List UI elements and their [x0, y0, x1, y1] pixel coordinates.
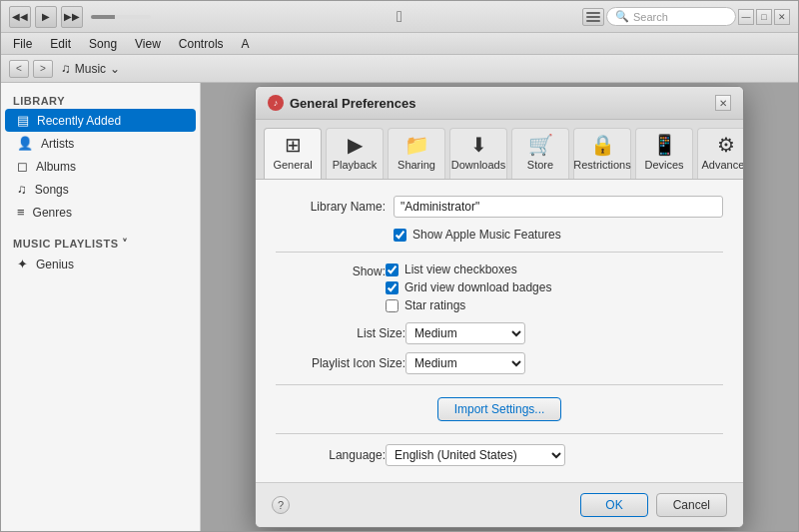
grid-view-download-badges[interactable]: [386, 281, 399, 294]
apple-music-checkbox[interactable]: [394, 229, 406, 242]
dialog-close-button[interactable]: ✕: [715, 95, 731, 111]
star-ratings-label[interactable]: Star ratings: [386, 298, 551, 312]
dialog-title-bar: ♪ General Preferences ✕: [256, 87, 743, 120]
grid-view-download-badges-label[interactable]: Grid view download badges: [386, 280, 551, 294]
itunes-window: ◀◀ ▶ ▶▶  🔍 Search — □ ✕ File Edit Song …: [0, 0, 799, 532]
title-bar-left: ◀◀ ▶ ▶▶: [9, 6, 155, 28]
sidebar: Library ▤ Recently Added 👤 Artists ◻ Alb…: [1, 83, 201, 531]
footer-actions: OK Cancel: [580, 493, 727, 517]
search-bar[interactable]: 🔍 Search: [606, 7, 736, 26]
apple-logo: : [397, 8, 402, 26]
tab-store[interactable]: 🛒 Store: [511, 128, 569, 179]
playlist-icon-size-select[interactable]: Small Medium Large: [405, 352, 525, 374]
forward-nav-button[interactable]: >: [33, 60, 53, 78]
list-size-label: List Size:: [276, 326, 405, 340]
songs-icon: ♫: [17, 182, 27, 197]
restrictions-tab-icon: 🔒: [590, 135, 615, 155]
list-line: [586, 16, 600, 18]
sidebar-item-artists[interactable]: 👤 Artists: [5, 132, 196, 155]
restore-button[interactable]: □: [756, 9, 772, 25]
source-dropdown-icon[interactable]: ⌄: [110, 62, 120, 76]
import-settings-button[interactable]: Import Settings...: [437, 397, 562, 421]
tab-playback[interactable]: ▶ Playback: [326, 128, 384, 179]
close-button[interactable]: ✕: [774, 9, 790, 25]
title-bar: ◀◀ ▶ ▶▶  🔍 Search — □ ✕: [1, 1, 798, 33]
general-preferences-dialog: ♪ General Preferences ✕ ⊞ General: [255, 86, 744, 528]
sharing-tab-label: Sharing: [398, 159, 435, 171]
star-ratings[interactable]: [386, 299, 399, 312]
menu-controls[interactable]: Controls: [171, 35, 232, 53]
show-options: List view checkboxes Grid view download …: [386, 263, 551, 312]
sidebar-item-genius[interactable]: ✦ Genius: [5, 253, 196, 275]
dialog-tabs: ⊞ General ▶ Playback 📁 Sharing ⬇: [256, 120, 743, 180]
menu-song[interactable]: Song: [81, 35, 125, 53]
search-placeholder: Search: [633, 11, 668, 23]
downloads-tab-icon: ⬇: [470, 135, 487, 155]
dialog-body: Library Name: Show Apple Music Features: [256, 180, 743, 482]
menu-edit[interactable]: Edit: [42, 35, 79, 53]
tab-restrictions[interactable]: 🔒 Restrictions: [573, 128, 631, 179]
sidebar-item-songs[interactable]: ♫ Songs: [5, 178, 196, 201]
separator-2: [276, 384, 723, 385]
list-size-row: List Size: Small Medium Large: [276, 322, 723, 344]
separator-1: [276, 252, 723, 253]
separator-3: [276, 433, 723, 434]
sidebar-item-label: Genres: [33, 206, 72, 220]
list-view-checkboxes-label[interactable]: List view checkboxes: [386, 263, 551, 276]
content-area: Library ▤ Recently Added 👤 Artists ◻ Alb…: [1, 83, 798, 531]
devices-tab-label: Devices: [644, 159, 683, 171]
tab-general[interactable]: ⊞ General: [264, 128, 322, 179]
search-icon: 🔍: [615, 10, 629, 23]
minimize-button[interactable]: —: [738, 9, 754, 25]
apple-music-label-text: Show Apple Music Features: [412, 228, 561, 242]
list-view-checkboxes[interactable]: [386, 264, 399, 276]
library-name-row: Library Name:: [276, 196, 723, 218]
genius-icon: ✦: [17, 257, 28, 271]
forward-button[interactable]: ▶▶: [61, 6, 83, 28]
general-tab-icon: ⊞: [285, 135, 302, 155]
library-section-label: Library: [1, 91, 200, 109]
menu-extra[interactable]: A: [234, 35, 258, 53]
recently-added-icon: ▤: [17, 113, 29, 128]
play-button[interactable]: ▶: [35, 6, 57, 28]
language-label: Language:: [276, 448, 386, 462]
music-source-label: Music: [75, 62, 106, 76]
rewind-button[interactable]: ◀◀: [9, 6, 31, 28]
dialog-footer: ? OK Cancel: [256, 482, 743, 527]
help-button[interactable]: ?: [272, 496, 290, 514]
show-label: Show:: [276, 263, 386, 312]
music-source[interactable]: ♫ Music ⌄: [61, 61, 120, 76]
apple-music-checkbox-label[interactable]: Show Apple Music Features: [394, 228, 561, 242]
sidebar-item-label: Albums: [36, 160, 76, 174]
downloads-tab-label: Downloads: [451, 159, 505, 171]
tab-sharing[interactable]: 📁 Sharing: [388, 128, 445, 179]
store-tab-label: Store: [527, 159, 553, 171]
music-note-icon: ♫: [61, 61, 71, 76]
star-ratings-text: Star ratings: [404, 298, 465, 312]
sidebar-item-label: Recently Added: [37, 114, 121, 128]
back-nav-button[interactable]: <: [9, 60, 29, 78]
tab-downloads[interactable]: ⬇ Downloads: [449, 128, 507, 179]
list-view-icon[interactable]: [582, 8, 604, 26]
advanced-tab-label: Advanced: [702, 159, 744, 171]
sidebar-item-albums[interactable]: ◻ Albums: [5, 155, 196, 178]
list-size-select[interactable]: Small Medium Large: [405, 322, 525, 344]
tab-devices[interactable]: 📱 Devices: [635, 128, 693, 179]
sidebar-item-recently-added[interactable]: ▤ Recently Added: [5, 109, 196, 132]
volume-slider[interactable]: [91, 15, 151, 19]
general-tab-label: General: [273, 159, 312, 171]
devices-tab-icon: 📱: [652, 135, 677, 155]
library-name-input[interactable]: [394, 196, 723, 218]
menu-file[interactable]: File: [5, 35, 40, 53]
cancel-button[interactable]: Cancel: [656, 493, 727, 517]
language-select[interactable]: English (United States) English (UK) Fre…: [386, 444, 565, 466]
main-content: ♪ General Preferences ✕ ⊞ General: [201, 83, 798, 531]
dialog-title: ♪ General Preferences: [268, 95, 415, 111]
sidebar-item-genres[interactable]: ≡ Genres: [5, 201, 196, 224]
menu-view[interactable]: View: [127, 35, 169, 53]
list-line: [586, 20, 600, 22]
playlists-section-label[interactable]: Music Playlists ˅: [1, 234, 200, 253]
ok-button[interactable]: OK: [580, 493, 647, 517]
genres-icon: ≡: [17, 205, 25, 220]
tab-advanced[interactable]: ⚙ Advanced: [697, 128, 744, 179]
